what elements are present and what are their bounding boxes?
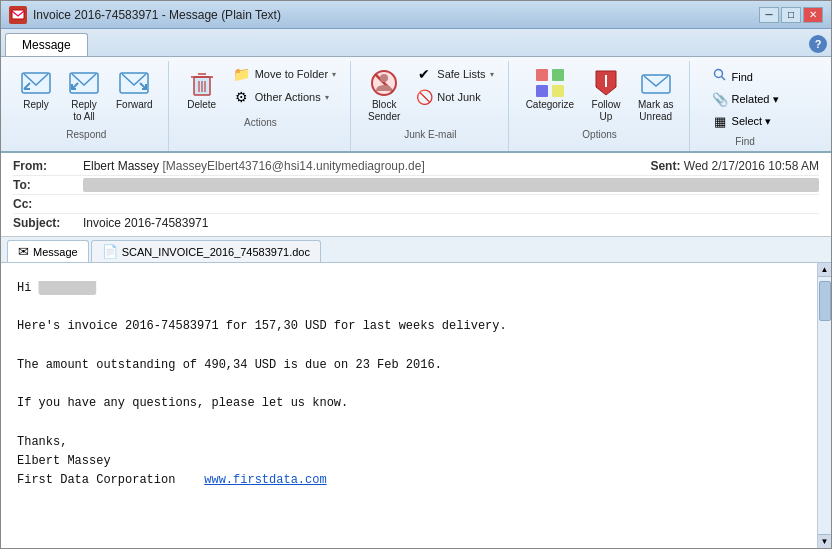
svg-line-21 <box>721 77 725 81</box>
options-group-label: Options <box>582 129 616 142</box>
categorize-label: Categorize <box>526 99 574 111</box>
body-line11: First Data Corporation <box>17 473 175 487</box>
mark-unread-icon <box>640 67 672 99</box>
to-label: To: <box>13 178 83 192</box>
find-icon <box>712 68 728 85</box>
scroll-up-button[interactable]: ▲ <box>818 263 831 277</box>
to-value <box>83 178 819 192</box>
reply-label: Reply <box>23 99 49 111</box>
categorize-icon <box>534 67 566 99</box>
other-actions-button[interactable]: ⚙ Other Actions ▾ <box>227 86 342 108</box>
move-folder-button[interactable]: 📁 Move to Folder ▾ <box>227 63 342 85</box>
not-junk-label: Not Junk <box>437 91 480 103</box>
mark-unread-label: Mark as Unread <box>638 99 674 123</box>
not-junk-icon: 🚫 <box>415 89 433 105</box>
other-actions-icon: ⚙ <box>233 89 251 105</box>
select-label: Select ▾ <box>732 115 772 128</box>
ribbon-main: Reply Reply to All <box>1 57 831 151</box>
junk-small-group: ✔ Safe Lists ▾ 🚫 Not Junk <box>409 63 499 108</box>
attachment-tab-label: SCAN_INVOICE_2016_74583971.doc <box>122 246 310 258</box>
svg-rect-13 <box>536 69 548 81</box>
message-tab-label: Message <box>33 246 78 258</box>
follow-up-button[interactable]: Follow Up <box>583 63 629 127</box>
minimize-button[interactable]: ─ <box>759 7 779 23</box>
window-controls: ─ □ ✕ <box>759 7 823 23</box>
reply-icon <box>20 67 52 99</box>
attachment-tabs: ✉ Message 📄 SCAN_INVOICE_2016_74583971.d… <box>1 237 831 263</box>
find-buttons: Find 📎 Related ▾ ▦ Select ▾ <box>700 63 791 134</box>
ribbon: Reply Reply to All <box>1 57 831 153</box>
help-button[interactable]: ? <box>809 35 827 53</box>
find-label: Find <box>732 71 753 83</box>
body-recipient: ████████ <box>39 281 97 295</box>
options-buttons: Categorize Follow Up <box>519 63 681 127</box>
scroll-down-button[interactable]: ▼ <box>818 534 831 548</box>
other-actions-label: Other Actions <box>255 91 321 103</box>
sent-label: Sent: <box>650 159 680 173</box>
move-folder-label: Move to Folder <box>255 68 328 80</box>
reply-button[interactable]: Reply <box>13 63 59 115</box>
window-title: Invoice 2016-74583971 - Message (Plain T… <box>33 8 281 22</box>
junk-group-label: Junk E-mail <box>404 129 456 142</box>
message-tab[interactable]: ✉ Message <box>7 240 89 262</box>
related-button[interactable]: 📎 Related ▾ <box>706 89 785 110</box>
ribbon-group-respond: Reply Reply to All <box>5 61 169 151</box>
body-hi: Hi <box>17 281 39 295</box>
email-body[interactable]: Hi ████████ Here's invoice 2016-74583971… <box>1 263 817 548</box>
from-value: Elbert Massey [MasseyElbert43716@hsi14.u… <box>83 159 650 173</box>
forward-icon <box>118 67 150 99</box>
body-line9: Thanks, <box>17 435 67 449</box>
cc-label: Cc: <box>13 197 83 211</box>
scroll-track[interactable] <box>818 277 831 534</box>
related-label: Related ▾ <box>732 93 779 106</box>
svg-rect-0 <box>12 10 24 19</box>
sent-value: Sent: Wed 2/17/2016 10:58 AM <box>650 159 819 173</box>
actions-buttons: Delete 📁 Move to Folder ▾ ⚙ Other Action… <box>179 63 342 115</box>
tab-message[interactable]: Message <box>5 33 88 56</box>
to-row: To: <box>13 176 819 195</box>
move-folder-icon: 📁 <box>233 66 251 82</box>
main-window: Invoice 2016-74583971 - Message (Plain T… <box>0 0 832 549</box>
from-row: From: Elbert Massey [MasseyElbert43716@h… <box>13 157 819 176</box>
body-line10: Elbert Massey <box>17 454 111 468</box>
from-name: Elbert Massey <box>83 159 159 173</box>
reply-all-button[interactable]: Reply to All <box>61 63 107 127</box>
cc-value <box>83 197 819 211</box>
email-body-wrap: Hi ████████ Here's invoice 2016-74583971… <box>1 263 831 548</box>
titlebar: Invoice 2016-74583971 - Message (Plain T… <box>1 1 831 29</box>
attachment-tab[interactable]: 📄 SCAN_INVOICE_2016_74583971.doc <box>91 240 321 262</box>
attachment-tab-icon: 📄 <box>102 244 118 259</box>
body-link[interactable]: www.firstdata.com <box>204 473 326 487</box>
delete-label: Delete <box>187 99 216 111</box>
actions-group-label: Actions <box>244 117 277 130</box>
respond-group-label: Respond <box>66 129 106 142</box>
ribbon-group-options: Categorize Follow Up <box>511 61 690 151</box>
message-tab-icon: ✉ <box>18 244 29 259</box>
select-icon: ▦ <box>712 114 728 129</box>
body-line7: If you have any questions, please let us… <box>17 396 348 410</box>
delete-icon <box>186 67 218 99</box>
close-button[interactable]: ✕ <box>803 7 823 23</box>
maximize-button[interactable]: □ <box>781 7 801 23</box>
block-sender-button[interactable]: Block Sender <box>361 63 407 127</box>
svg-rect-16 <box>552 85 564 97</box>
move-actions-group: 📁 Move to Folder ▾ ⚙ Other Actions ▾ <box>227 63 342 108</box>
svg-point-12 <box>380 74 388 82</box>
not-junk-button[interactable]: 🚫 Not Junk <box>409 86 499 108</box>
find-button[interactable]: Find <box>706 65 785 88</box>
safe-lists-button[interactable]: ✔ Safe Lists ▾ <box>409 63 499 85</box>
categorize-button[interactable]: Categorize <box>519 63 581 115</box>
reply-all-label: Reply to All <box>71 99 97 123</box>
titlebar-left: Invoice 2016-74583971 - Message (Plain T… <box>9 6 281 24</box>
subject-row: Subject: Invoice 2016-74583971 <box>13 214 819 232</box>
select-button[interactable]: ▦ Select ▾ <box>706 111 785 132</box>
scroll-thumb[interactable] <box>819 281 831 321</box>
delete-button[interactable]: Delete <box>179 63 225 115</box>
subject-value: Invoice 2016-74583971 <box>83 216 819 230</box>
mark-unread-button[interactable]: Mark as Unread <box>631 63 681 127</box>
email-header: From: Elbert Massey [MasseyElbert43716@h… <box>1 153 831 237</box>
safe-lists-icon: ✔ <box>415 66 433 82</box>
reply-all-icon <box>68 67 100 99</box>
tab-bar: Message ? <box>1 29 831 57</box>
forward-button[interactable]: Forward <box>109 63 160 115</box>
